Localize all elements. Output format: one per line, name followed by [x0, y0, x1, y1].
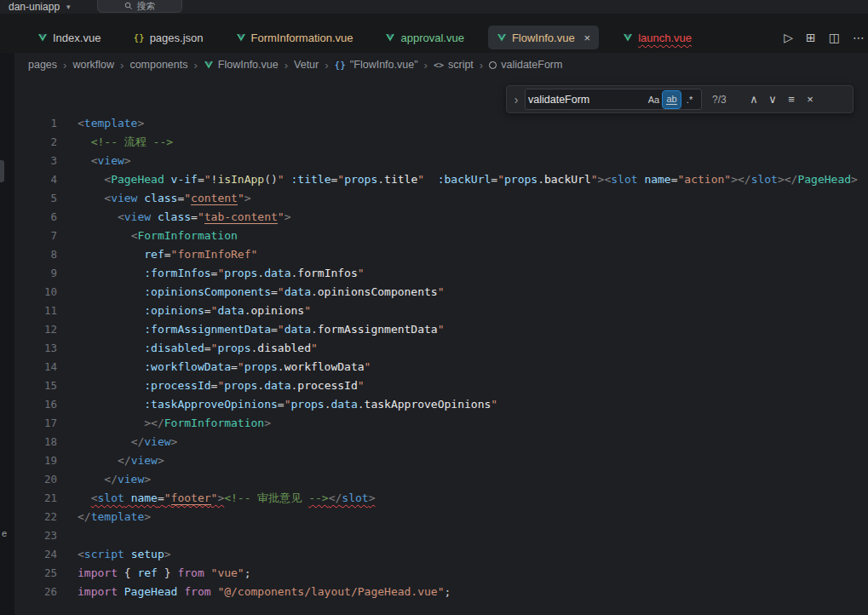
code-text: :formAssignmentData="data.formAssignment…	[78, 320, 445, 339]
breadcrumb-item-script[interactable]: <>script	[434, 59, 474, 71]
breadcrumb-item--flowinfo-vue-[interactable]: {}"FlowInfo.vue"	[335, 59, 418, 71]
window-title: dan-uniapp	[9, 1, 60, 13]
title-bar: dan-uniapp ▾ 搜索	[0, 0, 868, 14]
code-line: 26import PageHead from "@/components/lay…	[14, 583, 868, 601]
breadcrumb-separator: ›	[63, 59, 66, 72]
code-text: <template>	[78, 114, 144, 133]
method-icon	[489, 61, 497, 69]
code-line: 8 ref="formInfoRef"	[14, 245, 868, 264]
toggle-replace-button[interactable]: ›	[510, 93, 522, 106]
find-in-selection-button[interactable]: ≡	[782, 90, 801, 109]
tab-label: pages.json	[150, 32, 204, 44]
line-number: 7	[14, 227, 64, 245]
search-label: 搜索	[137, 0, 156, 13]
tab-label: Index.vue	[53, 32, 101, 44]
tab-list: Index.vue{}pages.jsonFormInformation.vue…	[29, 26, 716, 49]
tab-label: FlowInfo.vue	[512, 32, 575, 44]
tab-index-vue[interactable]: Index.vue	[29, 26, 109, 49]
whole-word-toggle[interactable]: ab	[663, 91, 681, 108]
code-editor[interactable]: 1<template>2 <!-- 流程 -->3 <view>4 <PageH…	[14, 77, 868, 615]
code-line: 21 <slot name="footer"><!-- 审批意见 --></sl…	[14, 489, 868, 508]
line-number: 22	[14, 508, 64, 526]
breadcrumb-separator: ›	[480, 59, 483, 72]
line-number: 18	[14, 433, 64, 451]
json-file-icon: {}	[133, 32, 144, 43]
code-line: 16 :taskApproveOpinions="props.data.task…	[14, 395, 868, 414]
code-line: 4 <PageHead v-if="!isInApp()" :title="pr…	[14, 170, 868, 189]
layout-icon[interactable]: ◫	[829, 31, 840, 44]
code-text: <!-- 流程 -->	[78, 133, 173, 152]
breadcrumb-item-components[interactable]: components	[129, 59, 187, 71]
breadcrumb-item-pages[interactable]: pages	[28, 59, 57, 71]
global-search-box[interactable]: 搜索	[97, 0, 182, 13]
line-number: 5	[14, 189, 64, 208]
line-number: 17	[14, 414, 64, 433]
tab-bar: Index.vue{}pages.jsonFormInformation.vue…	[0, 14, 868, 53]
code-text: :formInfos="props.data.formInfos"	[78, 264, 365, 283]
code-line: 22</template>	[14, 508, 868, 526]
tab-approval-vue[interactable]: approval.vue	[377, 26, 472, 49]
breadcrumb-label: validateForm	[501, 59, 562, 71]
drag-handle[interactable]	[0, 160, 4, 182]
regex-toggle[interactable]: .*	[681, 91, 698, 108]
find-input[interactable]	[528, 94, 645, 106]
tab-forminformation-vue[interactable]: FormInformation.vue	[227, 26, 362, 49]
line-number: 25	[14, 564, 64, 583]
breadcrumb-item-flowinfo-vue[interactable]: FlowInfo.vue	[204, 59, 279, 71]
breadcrumb-label: workflow	[72, 59, 114, 71]
code-text: </view>	[78, 433, 177, 451]
breadcrumb-item-vetur[interactable]: Vetur	[294, 59, 319, 71]
vue-file-icon	[497, 32, 507, 43]
code-text: <FormInformation	[78, 227, 238, 245]
match-case-toggle[interactable]: Aa	[645, 91, 663, 108]
more-actions-icon[interactable]: ⋯	[853, 31, 865, 44]
line-number: 6	[14, 208, 64, 227]
module-icon: {}	[335, 60, 346, 71]
close-find-button[interactable]: ×	[801, 90, 819, 109]
line-number: 12	[14, 320, 64, 339]
code-line: 20 </view>	[14, 470, 868, 489]
breadcrumb-label: pages	[28, 59, 57, 71]
line-number: 1	[14, 114, 64, 133]
code-lines: 1<template>2 <!-- 流程 -->3 <view>4 <PageH…	[14, 77, 868, 601]
code-text: <view>	[78, 152, 131, 170]
line-number: 9	[14, 264, 64, 283]
vue-file-icon	[236, 32, 246, 43]
code-line: 14 :workflowData="props.workflowData"	[14, 358, 868, 376]
code-line: 6 <view class="tab-content">	[14, 208, 868, 227]
previous-match-button[interactable]: ∧	[744, 90, 763, 109]
code-text: ref="formInfoRef"	[78, 245, 257, 264]
tab-launch-vue[interactable]: launch.vue	[614, 26, 700, 49]
breadcrumb-separator: ›	[325, 59, 328, 72]
vue-file-icon	[385, 32, 395, 43]
code-text: <view class="content">	[78, 189, 251, 208]
breadcrumb-item-validateform[interactable]: validateForm	[489, 59, 562, 71]
code-line: 3 <view>	[14, 152, 868, 170]
breadcrumb-separator: ›	[120, 59, 124, 72]
code-icon: <>	[434, 60, 444, 70]
tab-flowinfo-vue[interactable]: FlowInfo.vue×	[488, 26, 599, 49]
tab-label: FormInformation.vue	[251, 32, 354, 44]
code-text: <script setup>	[78, 545, 171, 564]
line-number: 23	[14, 526, 64, 545]
find-results-count: ?/3	[712, 94, 736, 106]
breadcrumb-label: FlowInfo.vue	[218, 59, 279, 71]
code-line: 11 :opinions="data.opinions"	[14, 302, 868, 320]
code-line: 23	[14, 526, 868, 545]
line-number: 10	[14, 283, 64, 302]
breadcrumb-separator: ›	[285, 59, 288, 72]
breadcrumb: pages›workflow›components›FlowInfo.vue›V…	[14, 53, 868, 77]
tab-pages-json[interactable]: {}pages.json	[124, 26, 211, 49]
tab-label: launch.vue	[638, 32, 692, 44]
run-icon[interactable]: ▷	[784, 31, 793, 44]
line-number: 20	[14, 470, 64, 489]
close-icon[interactable]: ×	[584, 32, 591, 44]
code-line: 15 :processId="props.data.processId"	[14, 376, 868, 395]
code-text: :opinionsComponents="data.opinionsCompon…	[78, 283, 445, 302]
line-number: 21	[14, 489, 64, 508]
next-match-button[interactable]: ∨	[763, 90, 782, 109]
breadcrumb-item-workflow[interactable]: workflow	[72, 59, 114, 71]
split-editor-icon[interactable]: ⊞	[806, 31, 816, 44]
line-number: 13	[14, 339, 64, 358]
whole-word-label: ab	[666, 95, 676, 105]
